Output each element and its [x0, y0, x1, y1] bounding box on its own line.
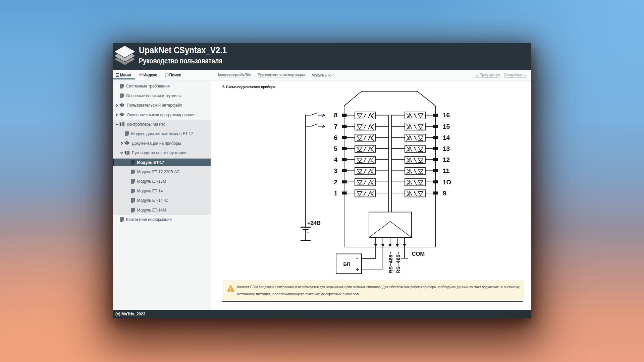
svg-text:3: 3 [334, 167, 337, 174]
svg-text:6: 6 [334, 134, 337, 141]
svg-text:+: + [356, 266, 359, 272]
svg-text:14: 14 [443, 134, 450, 141]
svg-text:5: 5 [334, 145, 337, 152]
svg-text:8: 8 [334, 112, 337, 119]
svg-text:12: 12 [443, 156, 450, 163]
svg-text:9: 9 [443, 190, 446, 197]
svg-text:13: 13 [443, 145, 450, 152]
svg-text:11: 11 [443, 167, 450, 174]
svg-text:RS−485−: RS−485− [388, 252, 393, 274]
svg-text:COM: COM [412, 251, 425, 257]
svg-text:16: 16 [443, 112, 450, 119]
svg-text:15: 15 [443, 123, 450, 130]
svg-text:+24В: +24В [307, 220, 321, 226]
svg-text:RS−485+: RS−485+ [395, 252, 401, 274]
svg-text:1: 1 [334, 190, 337, 197]
svg-text:1O: 1O [443, 179, 451, 186]
svg-text:7: 7 [334, 123, 337, 130]
svg-text:4: 4 [334, 156, 337, 163]
svg-text:2: 2 [334, 179, 337, 186]
svg-text:-: - [307, 229, 309, 236]
svg-text:-: - [356, 255, 358, 261]
svg-text:БП: БП [343, 261, 351, 267]
